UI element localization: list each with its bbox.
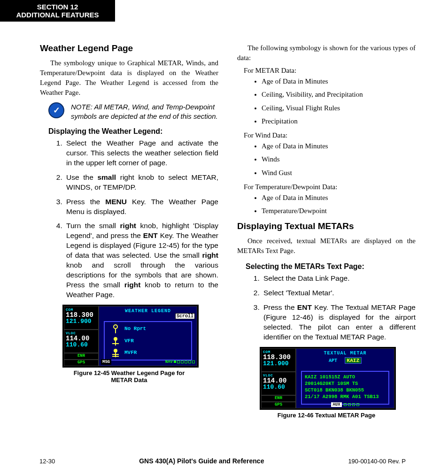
metar-line: 20014G20KT 10SM TS: [305, 380, 386, 387]
screen-title-2: TEXTUAL METAR: [298, 351, 392, 356]
screen-left-panel-2: COM 118.300 121.900 VLOC 114.00 110.60 E…: [261, 348, 296, 408]
page-number: 12-30: [39, 458, 55, 465]
vloc-active-freq-2: 114.00: [263, 377, 294, 384]
list-item: Ceiling, Visual Flight Rules: [262, 103, 416, 113]
right-column: The following symbology is shown for the…: [237, 43, 416, 419]
lead-metar: For METAR Data:: [244, 67, 416, 75]
no-report-icon: [107, 324, 124, 333]
note-text: NOTE: All METAR, Wind, and Temp-Dewpoint…: [71, 102, 218, 121]
screen-main-panel-2: TEXTUAL METAR APT KAIZ KAIZ 101515Z AUTO…: [296, 348, 394, 408]
para-intro2-right: Once received, textual METARs are displa…: [237, 236, 416, 256]
subheading-select-metars: Selecting the METARs Text Page:: [246, 262, 416, 271]
vloc-standby-freq-2: 110.60: [263, 384, 294, 390]
list-item: Age of Data in Minutes: [262, 193, 416, 202]
note-block: ✓ NOTE: All METAR, Wind, and Temp-Dewpoi…: [48, 102, 218, 121]
enr-tab-2: ENR: [261, 395, 296, 402]
svg-point-5: [114, 349, 117, 353]
step-4: Turn the small right knob, highlight 'Di…: [64, 221, 218, 299]
msg-indicator: MSG: [101, 359, 111, 365]
screen-main-panel: WEATHER LEGEND Scroll No Rprt VFR: [99, 306, 197, 366]
legend-row-1: VFR: [124, 338, 189, 344]
legend-row-0: No Rprt: [124, 326, 189, 331]
com-active-freq: 118.300: [66, 312, 97, 318]
figure-12-45-caption: Figure 12-45 Weather Legend Page for MET…: [62, 369, 196, 384]
vloc-active-freq: 114.00: [66, 335, 97, 342]
list-item: Wind Gust: [262, 168, 416, 177]
footer-rev: 190-00140-00 Rev. P: [348, 458, 406, 465]
enr-tab: ENR: [64, 353, 99, 360]
page-footer: 12-30 GNS 430(A) Pilot's Guide and Refer…: [0, 457, 448, 465]
list-item: Age of Data in Minutes: [262, 77, 416, 86]
symbology-group-metar: For METAR Data: Age of Data in Minutes C…: [237, 67, 416, 126]
screen-left-panel: COM 118.300 121.900 VLOC 114.00 110.60 E…: [64, 306, 99, 366]
content-columns: Weather Legend Page The symbology unique…: [40, 43, 416, 419]
aux-badge: AUX: [331, 402, 341, 407]
gps-tab-2: GPS: [261, 402, 296, 408]
lead-temp: For Temperature/Dewpoint Data:: [244, 183, 416, 191]
metar-line: KAIZ 101515Z AUTO: [305, 374, 386, 380]
vloc-standby-freq: 110.60: [66, 342, 97, 348]
list-item: Temperature/Dewpoint: [262, 206, 416, 215]
com-standby-freq: 121.900: [66, 318, 97, 324]
aux-page-indicator: [344, 403, 359, 406]
metar-line: 21/17 A2998 RMK A01 TSB13: [305, 393, 386, 400]
nav-page-indicator: NAV: [165, 360, 195, 364]
steps-left: Select the Weather Page and activate the…: [48, 138, 218, 300]
step-r1: Select the Data Link Page.: [262, 274, 416, 284]
left-column: Weather Legend Page The symbology unique…: [40, 43, 218, 419]
gps-tab: GPS: [64, 360, 99, 366]
symbology-group-temp: For Temperature/Dewpoint Data: Age of Da…: [237, 183, 416, 216]
svg-point-2: [114, 337, 117, 341]
metar-line: SCT018 BKN038 BKN055: [305, 387, 386, 393]
symbology-group-wind: For Wind Data: Age of Data in Minutes Wi…: [237, 131, 416, 177]
footer-title: GNS 430(A) Pilot's Guide and Reference: [55, 457, 348, 465]
figure-12-46-screen: COM 118.300 121.900 VLOC 114.00 110.60 E…: [260, 347, 396, 410]
com-standby-freq-2: 121.900: [263, 361, 294, 367]
step-1: Select the Weather Page and activate the…: [64, 138, 218, 168]
subheading-display-legend: Displaying the Weather Legend:: [48, 127, 218, 136]
step-r3: Press the ENT Key. The Textual METAR Pag…: [262, 303, 416, 342]
svg-point-0: [114, 325, 117, 329]
step-3: Press the MENU Key. The Weather Page Men…: [64, 197, 218, 217]
figure-12-45-screen: COM 118.300 121.900 VLOC 114.00 110.60 E…: [62, 305, 199, 368]
list-item: Ceiling, Visibility, and Precipitation: [262, 90, 416, 99]
com-active-freq-2: 118.300: [263, 354, 294, 361]
vfr-icon: [107, 336, 124, 345]
checkmark-icon: ✓: [48, 102, 64, 118]
heading-textual-metars: Displaying Textual METARs: [237, 221, 416, 231]
apt-id-box: KAIZ: [345, 357, 362, 364]
list-item: Winds: [262, 154, 416, 164]
figure-12-46-caption: Figure 12-46 Textual METAR Page: [260, 412, 393, 419]
section-line2: ADDITIONAL FEATURES: [16, 11, 99, 19]
section-line1: SECTION 12: [37, 3, 78, 11]
heading-weather-legend: Weather Legend Page: [40, 43, 218, 54]
legend-row-2: MVFR: [124, 350, 189, 355]
list-item: Age of Data in Minutes: [262, 141, 416, 151]
para-intro-left: The symbology unique to Graphical METAR,…: [40, 58, 218, 98]
lead-wind: For Wind Data:: [244, 131, 416, 139]
steps-right: Select the Data Link Page. Select 'Textu…: [246, 274, 416, 342]
scroll-badge: Scroll: [175, 313, 195, 319]
metar-text-box: KAIZ 101515Z AUTO 20014G20KT 10SM TS SCT…: [301, 371, 389, 405]
legend-box: No Rprt VFR MVFR: [104, 321, 192, 361]
step-2: Use the small right knob to select METAR…: [64, 173, 218, 192]
para-intro-right: The following symbology is shown for the…: [237, 43, 416, 63]
step-r2: Select 'Textual Metar'.: [262, 288, 416, 298]
section-tab: SECTION 12 ADDITIONAL FEATURES: [0, 0, 115, 22]
list-item: Precipitation: [262, 116, 416, 126]
mvfr-icon: [107, 348, 124, 357]
apt-label: APT: [329, 358, 337, 363]
